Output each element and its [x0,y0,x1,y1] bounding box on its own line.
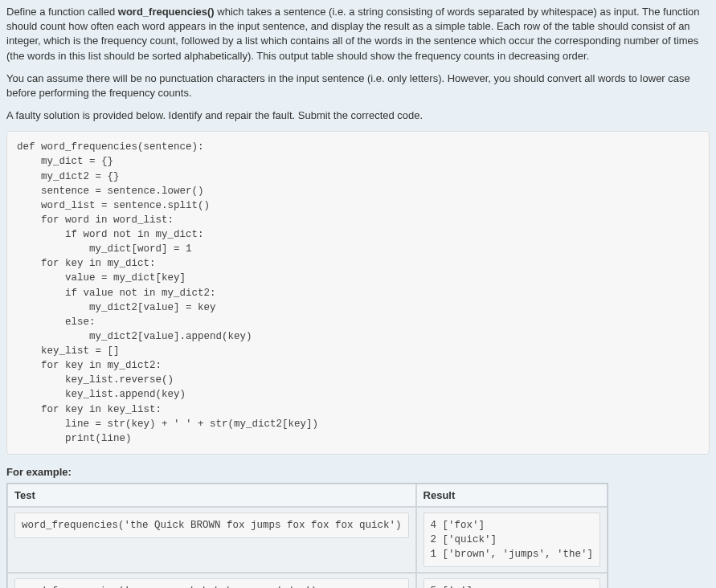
test-code: word_frequencies('a a a a a b b b b c c … [14,578,409,588]
test-code: word_frequencies('the Quick BROWN fox ju… [14,512,409,538]
result-cell: 4 ['fox'] 2 ['quick'] 1 ['brown', 'jumps… [416,507,608,573]
faulty-code-block: def word_frequencies(sentence): my_dict … [6,131,710,455]
result-cell: 5 ['a'] 4 ['b'] 3 ['c'] 2 ['d'] 1 ['e'] [416,573,608,588]
problem-description: Define a function called word_frequencie… [6,5,710,123]
function-name-strong: word_frequencies() [118,6,215,18]
header-result: Result [416,484,608,507]
test-cell: word_frequencies('the Quick BROWN fox ju… [7,507,416,573]
description-para-3: A faulty solution is provided below. Ide… [6,108,710,123]
table-row: word_frequencies('a a a a a b b b b c c … [7,573,608,588]
result-code: 5 ['a'] 4 ['b'] 3 ['c'] 2 ['d'] 1 ['e'] [423,578,601,588]
header-test: Test [7,484,416,507]
description-para-1: Define a function called word_frequencie… [6,5,710,63]
p1-pre: Define a function called [6,6,118,18]
table-header-row: Test Result [7,484,608,507]
table-row: word_frequencies('the Quick BROWN fox ju… [7,507,608,573]
result-code: 4 ['fox'] 2 ['quick'] 1 ['brown', 'jumps… [423,512,601,567]
examples-table: Test Result word_frequencies('the Quick … [6,483,608,588]
example-label: For example: [6,466,710,478]
test-cell: word_frequencies('a a a a a b b b b c c … [7,573,416,588]
description-para-2: You can assume there will be no punctuat… [6,71,710,100]
